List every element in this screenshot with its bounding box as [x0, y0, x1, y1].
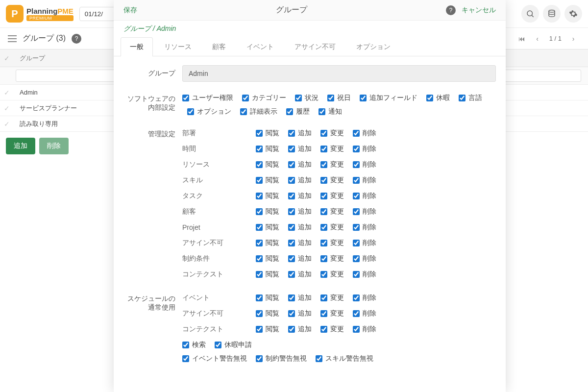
- checkbox[interactable]: [256, 271, 263, 278]
- perm-checkbox[interactable]: 削除: [353, 294, 376, 302]
- checkbox-item[interactable]: オプション: [187, 107, 231, 116]
- checkbox[interactable]: [353, 271, 360, 278]
- help-icon[interactable]: ?: [72, 34, 81, 44]
- checkbox[interactable]: [182, 355, 189, 362]
- checkbox-item[interactable]: カテゴリー: [242, 94, 286, 102]
- checkbox[interactable]: [353, 255, 360, 262]
- checkbox[interactable]: [288, 224, 295, 231]
- checkbox-item[interactable]: 言語: [459, 94, 482, 102]
- perm-checkbox[interactable]: 閲覧: [256, 160, 279, 169]
- perm-checkbox[interactable]: 追加: [288, 325, 312, 334]
- perm-checkbox[interactable]: 削除: [353, 223, 376, 232]
- perm-checkbox[interactable]: 変更: [320, 294, 344, 302]
- checkbox[interactable]: [288, 130, 295, 137]
- perm-checkbox[interactable]: 変更: [320, 325, 344, 334]
- perm-checkbox[interactable]: 追加: [288, 192, 312, 200]
- checkbox[interactable]: [286, 108, 293, 115]
- perm-checkbox[interactable]: 追加: [288, 223, 312, 232]
- checkbox[interactable]: [256, 193, 263, 199]
- perm-checkbox[interactable]: 閲覧: [256, 192, 279, 200]
- perm-checkbox[interactable]: 変更: [320, 309, 344, 318]
- checkbox[interactable]: [182, 95, 189, 101]
- checkbox[interactable]: [353, 146, 360, 152]
- tab-3[interactable]: イベント: [237, 37, 283, 56]
- checkbox[interactable]: [360, 95, 367, 101]
- checkbox[interactable]: [295, 95, 302, 101]
- checkbox[interactable]: [256, 224, 263, 231]
- cancel-button[interactable]: キャンセル: [462, 6, 496, 15]
- perm-checkbox[interactable]: 追加: [288, 239, 312, 247]
- perm-checkbox[interactable]: 閲覧: [256, 254, 279, 263]
- perm-checkbox[interactable]: 変更: [320, 129, 344, 138]
- gear-icon[interactable]: [564, 5, 582, 23]
- perm-checkbox[interactable]: 追加: [288, 270, 312, 279]
- perm-checkbox[interactable]: 削除: [353, 325, 376, 334]
- perm-checkbox[interactable]: 閲覧: [256, 145, 279, 153]
- checkbox[interactable]: [288, 255, 295, 262]
- checkbox[interactable]: [320, 130, 327, 137]
- checkbox[interactable]: [353, 193, 360, 199]
- tab-5[interactable]: オプション: [347, 37, 400, 56]
- perm-checkbox[interactable]: 追加: [288, 254, 312, 263]
- checkbox[interactable]: [320, 294, 327, 301]
- perm-checkbox[interactable]: 削除: [353, 207, 376, 216]
- perm-checkbox[interactable]: 変更: [320, 192, 344, 200]
- perm-checkbox[interactable]: 閲覧: [256, 129, 279, 138]
- checkbox[interactable]: [353, 130, 360, 137]
- checkbox[interactable]: [256, 355, 263, 362]
- checkbox-item[interactable]: 検索: [182, 341, 206, 349]
- checkbox[interactable]: [353, 310, 360, 317]
- check-icon[interactable]: ✓: [4, 120, 16, 128]
- perm-checkbox[interactable]: 削除: [353, 176, 376, 185]
- checkbox[interactable]: [256, 146, 263, 152]
- perm-checkbox[interactable]: 削除: [353, 192, 376, 200]
- perm-checkbox[interactable]: 変更: [320, 254, 344, 263]
- checkbox[interactable]: [353, 161, 360, 168]
- perm-checkbox[interactable]: 削除: [353, 239, 376, 247]
- checkbox[interactable]: [353, 294, 360, 301]
- check-icon[interactable]: ✓: [4, 89, 16, 97]
- checkbox[interactable]: [182, 342, 189, 348]
- tab-1[interactable]: リソース: [155, 37, 201, 56]
- check-all-icon[interactable]: ✓: [4, 54, 16, 62]
- checkbox[interactable]: [215, 342, 221, 348]
- add-button[interactable]: 追加: [6, 138, 35, 154]
- checkbox[interactable]: [256, 294, 263, 301]
- checkbox-item[interactable]: 状況: [295, 94, 318, 102]
- perm-checkbox[interactable]: 閲覧: [256, 294, 279, 302]
- checkbox[interactable]: [288, 310, 295, 317]
- checkbox[interactable]: [318, 108, 325, 115]
- checkbox[interactable]: [288, 294, 295, 301]
- tab-2[interactable]: 顧客: [203, 37, 235, 56]
- checkbox-item[interactable]: スキル警告無視: [316, 354, 373, 363]
- checkbox[interactable]: [256, 161, 263, 168]
- checkbox[interactable]: [426, 95, 433, 101]
- checkbox[interactable]: [320, 310, 327, 317]
- checkbox-item[interactable]: 追加フィールド: [360, 94, 417, 102]
- perm-checkbox[interactable]: 変更: [320, 223, 344, 232]
- checkbox[interactable]: [256, 177, 263, 184]
- checkbox-item[interactable]: 休暇: [426, 94, 450, 102]
- perm-checkbox[interactable]: 追加: [288, 129, 312, 138]
- checkbox[interactable]: [353, 326, 360, 333]
- checkbox[interactable]: [320, 326, 327, 333]
- checkbox[interactable]: [256, 208, 263, 215]
- checkbox[interactable]: [256, 310, 263, 317]
- checkbox[interactable]: [288, 146, 295, 152]
- checkbox[interactable]: [320, 146, 327, 152]
- checkbox-item[interactable]: 履歴: [286, 107, 310, 116]
- checkbox-item[interactable]: ユーザー権限: [182, 94, 233, 102]
- menu-icon[interactable]: [8, 35, 17, 42]
- perm-checkbox[interactable]: 削除: [353, 270, 376, 279]
- checkbox[interactable]: [242, 95, 249, 101]
- perm-checkbox[interactable]: 追加: [288, 176, 312, 185]
- search-icon[interactable]: [521, 5, 539, 23]
- checkbox[interactable]: [288, 177, 295, 184]
- modal-help-icon[interactable]: ?: [446, 5, 456, 15]
- perm-checkbox[interactable]: 削除: [353, 160, 376, 169]
- checkbox-item[interactable]: 詳細表示: [240, 107, 277, 116]
- perm-checkbox[interactable]: 変更: [320, 270, 344, 279]
- checkbox-item[interactable]: 祝日: [327, 94, 351, 102]
- checkbox[interactable]: [459, 95, 466, 101]
- tab-4[interactable]: アサイン不可: [285, 37, 345, 56]
